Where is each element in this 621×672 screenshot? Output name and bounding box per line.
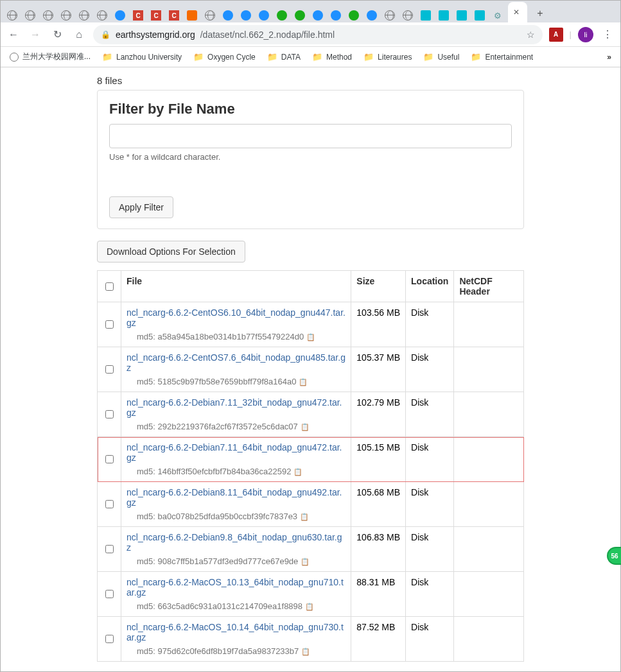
bookmark-item[interactable]: 📁Oxygen Cycle [193, 52, 256, 62]
copy-icon[interactable]: 📋 [301, 648, 310, 655]
home-button[interactable]: ⌂ [71, 27, 87, 42]
tab-icon[interactable] [185, 8, 199, 22]
row-checkbox[interactable] [105, 500, 114, 508]
row-checkbox[interactable] [105, 590, 114, 598]
menu-button[interactable]: ⋮ [600, 27, 615, 42]
row-checkbox[interactable] [105, 365, 114, 374]
netcdf-cell [454, 302, 524, 347]
copy-icon[interactable]: 📋 [306, 333, 315, 341]
profile-avatar[interactable]: li [578, 27, 593, 42]
address-bar[interactable]: 🔒 earthsystemgrid.org/dataset/ncl.662_2.… [93, 25, 543, 44]
tab-icon[interactable]: C [149, 8, 163, 22]
tab-icon[interactable] [77, 8, 91, 22]
tab-icon[interactable] [293, 8, 307, 22]
tab-icon[interactable] [203, 8, 217, 22]
tab-icon[interactable] [473, 8, 487, 22]
tab-icon[interactable] [329, 8, 343, 22]
filter-panel: Filter by File Name Use * for a wildcard… [97, 90, 524, 229]
bookmark-item[interactable]: 📁Useful [423, 52, 459, 62]
filter-input[interactable] [109, 124, 512, 148]
folder-icon: 📁 [471, 52, 481, 62]
tab-icon[interactable]: ⚙ [491, 8, 505, 22]
bookmark-item[interactable]: 📁Method [312, 52, 352, 62]
table-row: ncl_ncarg-6.6.2-CentOS6.10_64bit_nodap_g… [98, 302, 524, 347]
tab-icon[interactable] [113, 8, 127, 22]
apply-filter-button[interactable]: Apply Filter [109, 196, 173, 218]
teal-icon [457, 10, 467, 21]
row-checkbox[interactable] [105, 410, 114, 418]
tab-icon[interactable] [41, 8, 55, 22]
page-viewport[interactable]: 8 files Filter by File Name Use * for a … [1, 67, 620, 671]
tab-icon[interactable]: C [131, 8, 145, 22]
row-checkbox-cell [98, 347, 121, 392]
file-link[interactable]: ncl_ncarg-6.6.2-CentOS6.10_64bit_nodap_g… [127, 307, 345, 328]
download-options-button[interactable]: Download Options For Selection [97, 241, 245, 263]
size-cell: 102.79 MB [351, 392, 406, 437]
row-checkbox[interactable] [105, 320, 114, 329]
col-netcdf: NetCDF Header [454, 271, 524, 302]
file-link[interactable]: ncl_ncarg-6.6.2-MacOS_10.13_64bit_nodap_… [127, 577, 344, 598]
file-link[interactable]: ncl_ncarg-6.6.2-Debian8.11_64bit_nodap_g… [127, 487, 342, 508]
copy-icon[interactable]: 📋 [293, 468, 302, 476]
file-link[interactable]: ncl_ncarg-6.6.2-CentOS7.6_64bit_nodap_gn… [127, 352, 345, 373]
adobe-extension-icon[interactable]: A [549, 28, 563, 42]
col-size: Size [351, 271, 406, 302]
tab-icon[interactable] [257, 8, 271, 22]
location-cell: Disk [406, 527, 454, 572]
copy-icon[interactable]: 📋 [301, 423, 310, 431]
tab-icon[interactable] [419, 8, 433, 22]
tab-icon[interactable] [221, 8, 235, 22]
teal-icon [475, 10, 485, 21]
tab-icon[interactable] [95, 8, 109, 22]
circle-icon [241, 10, 251, 21]
folder-icon: 📁 [363, 52, 374, 62]
row-checkbox[interactable] [105, 455, 114, 463]
side-badge[interactable]: 56 [607, 547, 621, 565]
bookmarks-overflow-icon[interactable]: » [607, 53, 611, 62]
copy-icon[interactable]: 📋 [301, 558, 310, 565]
file-link[interactable]: ncl_ncarg-6.6.2-MacOS_10.14_64bit_nodap_… [127, 622, 344, 642]
table-header-row: File Size Location NetCDF Header [98, 271, 524, 302]
tab-icon[interactable] [365, 8, 379, 22]
tab-icon[interactable] [347, 8, 361, 22]
bookmark-item[interactable]: 📁DATA [267, 52, 301, 62]
file-link[interactable]: ncl_ncarg-6.6.2-Debian7.11_64bit_nodap_g… [127, 442, 342, 463]
forward-button[interactable]: → [28, 27, 43, 42]
tab-icon[interactable] [455, 8, 469, 22]
select-all-checkbox[interactable] [105, 282, 114, 291]
tab-icon[interactable] [401, 8, 415, 22]
copy-icon[interactable]: 📋 [300, 513, 309, 521]
file-cell: ncl_ncarg-6.6.2-MacOS_10.13_64bit_nodap_… [121, 572, 351, 617]
row-checkbox[interactable] [105, 545, 114, 553]
bookmark-star-icon[interactable]: ☆ [527, 30, 535, 40]
close-tab-icon[interactable]: ✕ [513, 8, 520, 17]
file-cell: ncl_ncarg-6.6.2-MacOS_10.14_64bit_nodap_… [121, 617, 351, 662]
bookmark-item[interactable]: 兰州大学校园网准... [10, 51, 91, 62]
tab-icon[interactable]: C [167, 8, 181, 22]
active-tab[interactable]: ✕ [508, 2, 527, 22]
tab-icon[interactable] [437, 8, 451, 22]
tab-icon[interactable] [311, 8, 325, 22]
c-icon: C [151, 10, 161, 21]
tab-icon[interactable] [239, 8, 253, 22]
row-checkbox-cell [98, 572, 121, 617]
gear-icon: ⚙ [493, 10, 503, 21]
bookmark-item[interactable]: 📁Entertainment [471, 52, 533, 62]
copy-icon[interactable]: 📋 [299, 378, 308, 386]
row-checkbox[interactable] [105, 635, 114, 643]
file-link[interactable]: ncl_ncarg-6.6.2-Debian9.8_64bit_nodap_gn… [127, 532, 342, 553]
tab-icon[interactable] [383, 8, 397, 22]
copy-icon[interactable]: 📋 [305, 603, 314, 610]
tab-icon[interactable] [5, 8, 19, 22]
reload-button[interactable]: ↻ [49, 27, 65, 42]
bookmark-item[interactable]: 📁Lanzhou University [102, 52, 182, 62]
teal-icon [439, 10, 449, 21]
bookmark-item[interactable]: 📁Literaures [363, 52, 412, 62]
tab-icon[interactable] [23, 8, 37, 22]
tab-icon[interactable] [59, 8, 73, 22]
new-tab-button[interactable]: + [531, 4, 549, 22]
back-button[interactable]: ← [6, 27, 21, 42]
md5-text: md5: 663c5ad6c931a0131c214709ea1f8898📋 [127, 601, 345, 611]
tab-icon[interactable] [275, 8, 289, 22]
file-link[interactable]: ncl_ncarg-6.6.2-Debian7.11_32bit_nodap_g… [127, 397, 342, 418]
